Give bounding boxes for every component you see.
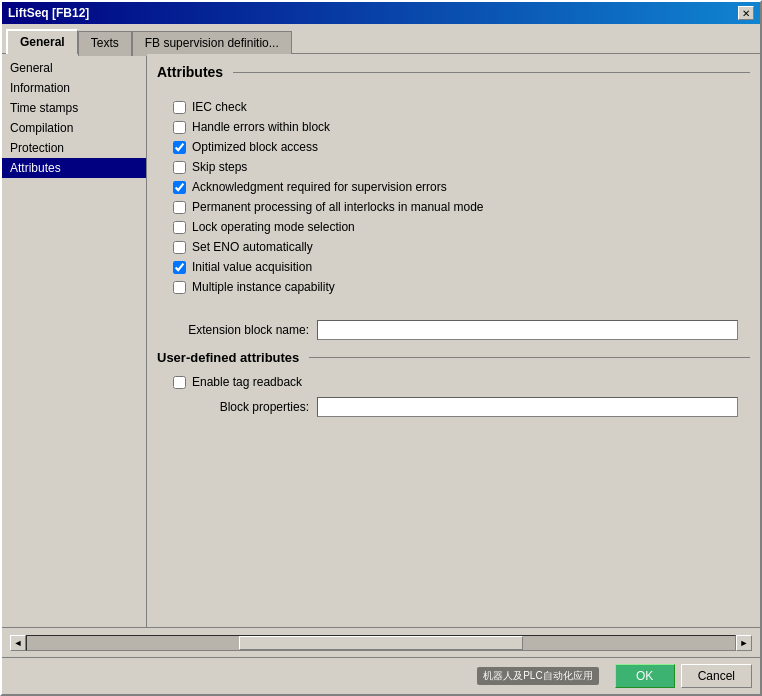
checkbox-row-acknowledgment: Acknowledgment required for supervision … xyxy=(173,180,734,194)
watermark-text: 机器人及PLC自动化应用 xyxy=(483,669,592,683)
buttons-bar: 机器人及PLC自动化应用 OK Cancel xyxy=(2,657,760,694)
checkbox-lock-operating-label: Lock operating mode selection xyxy=(192,220,355,234)
checkbox-row-iec: IEC check xyxy=(173,100,734,114)
window-title: LiftSeq [FB12] xyxy=(8,6,89,20)
extension-block-input[interactable] xyxy=(317,320,738,340)
title-bar: LiftSeq [FB12] ✕ xyxy=(2,2,760,24)
scroll-bar-area: ◄ ► xyxy=(2,627,760,657)
extension-block-label: Extension block name: xyxy=(169,323,309,337)
extension-block-row: Extension block name: xyxy=(157,320,750,340)
sidebar-item-compilation[interactable]: Compilation xyxy=(2,118,146,138)
tab-fb-supervision[interactable]: FB supervision definitio... xyxy=(132,31,292,56)
main-window: LiftSeq [FB12] ✕ General Texts FB superv… xyxy=(0,0,762,696)
checkbox-acknowledgment[interactable] xyxy=(173,181,186,194)
checkbox-row-skip-steps: Skip steps xyxy=(173,160,734,174)
tab-general[interactable]: General xyxy=(6,29,78,54)
close-button[interactable]: ✕ xyxy=(738,6,754,20)
checkbox-enable-tag[interactable] xyxy=(173,376,186,389)
checkbox-row-multiple-instance: Multiple instance capability xyxy=(173,280,734,294)
checkbox-skip-steps[interactable] xyxy=(173,161,186,174)
block-properties-label: Block properties: xyxy=(169,400,309,414)
sidebar-item-timestamps[interactable]: Time stamps xyxy=(2,98,146,118)
checkbox-optimized-block[interactable] xyxy=(173,141,186,154)
checkbox-enable-tag-label: Enable tag readback xyxy=(192,375,302,389)
user-defined-title: User-defined attributes xyxy=(157,350,299,365)
checkbox-iec-check[interactable] xyxy=(173,101,186,114)
checkbox-row-set-eno: Set ENO automatically xyxy=(173,240,734,254)
sidebar: General Information Time stamps Compilat… xyxy=(2,54,147,627)
checkbox-lock-operating[interactable] xyxy=(173,221,186,234)
tab-texts[interactable]: Texts xyxy=(78,31,132,56)
checkbox-row-handle-errors: Handle errors within block xyxy=(173,120,734,134)
user-defined-section: User-defined attributes Enable tag readb… xyxy=(157,350,750,417)
block-properties-row: Block properties: xyxy=(157,397,750,417)
checkbox-set-eno-label: Set ENO automatically xyxy=(192,240,313,254)
checkbox-row-optimized: Optimized block access xyxy=(173,140,734,154)
enable-tag-row: Enable tag readback xyxy=(157,375,750,389)
sidebar-item-attributes[interactable]: Attributes xyxy=(2,158,146,178)
checkbox-iec-label: IEC check xyxy=(192,100,247,114)
ok-button[interactable]: OK xyxy=(615,664,675,688)
checkbox-multiple-instance[interactable] xyxy=(173,281,186,294)
checkbox-multiple-instance-label: Multiple instance capability xyxy=(192,280,335,294)
main-content: General Information Time stamps Compilat… xyxy=(2,53,760,627)
checkbox-row-lock-operating: Lock operating mode selection xyxy=(173,220,734,234)
checkbox-row-initial-value: Initial value acquisition xyxy=(173,260,734,274)
checkbox-handle-errors-label: Handle errors within block xyxy=(192,120,330,134)
checkbox-permanent[interactable] xyxy=(173,201,186,214)
tabs-bar: General Texts FB supervision definitio..… xyxy=(2,24,760,53)
cancel-button[interactable]: Cancel xyxy=(681,664,752,688)
checkbox-handle-errors[interactable] xyxy=(173,121,186,134)
checkboxes-group: IEC check Handle errors within block Opt… xyxy=(157,90,750,310)
section-title: Attributes xyxy=(157,64,223,80)
scroll-right-button[interactable]: ► xyxy=(736,635,752,651)
checkbox-initial-value-label: Initial value acquisition xyxy=(192,260,312,274)
content-area: Attributes IEC check Handle errors withi… xyxy=(147,54,760,627)
checkbox-permanent-label: Permanent processing of all interlocks i… xyxy=(192,200,483,214)
checkbox-skip-steps-label: Skip steps xyxy=(192,160,247,174)
sidebar-item-information[interactable]: Information xyxy=(2,78,146,98)
checkbox-optimized-label: Optimized block access xyxy=(192,140,318,154)
scroll-thumb xyxy=(239,636,522,650)
scroll-track[interactable] xyxy=(26,635,736,651)
scroll-left-button[interactable]: ◄ xyxy=(10,635,26,651)
checkbox-set-eno[interactable] xyxy=(173,241,186,254)
checkbox-row-permanent: Permanent processing of all interlocks i… xyxy=(173,200,734,214)
block-properties-input[interactable] xyxy=(317,397,738,417)
checkbox-acknowledgment-label: Acknowledgment required for supervision … xyxy=(192,180,447,194)
sidebar-item-protection[interactable]: Protection xyxy=(2,138,146,158)
sidebar-item-general[interactable]: General xyxy=(2,58,146,78)
checkbox-initial-value[interactable] xyxy=(173,261,186,274)
